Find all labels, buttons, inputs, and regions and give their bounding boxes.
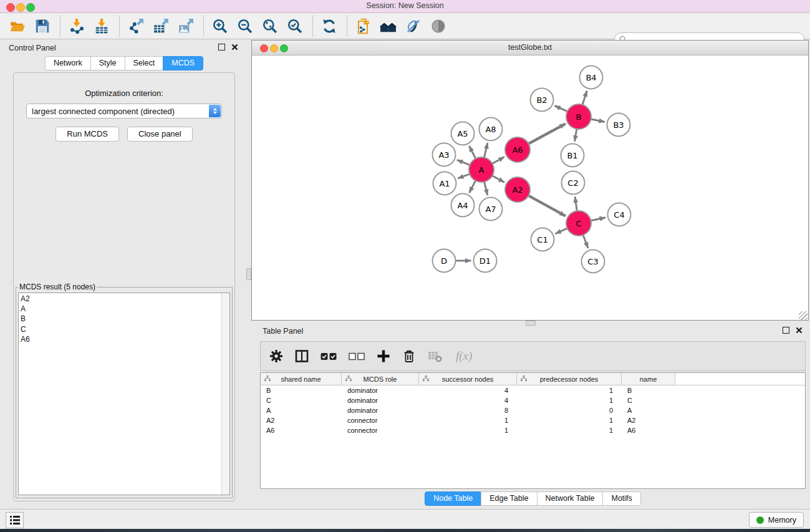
tab-network-table[interactable]: Network Table <box>537 491 604 506</box>
network-node-B1[interactable]: B1 <box>561 144 584 167</box>
criterion-select[interactable]: largest connected component (directed) <box>26 104 222 118</box>
network-edge-A6-B[interactable] <box>529 123 566 143</box>
close-panel-icon[interactable] <box>231 44 238 51</box>
table-row[interactable]: A6connector11A6 <box>261 425 805 435</box>
network-edge-C-C1[interactable] <box>556 228 567 234</box>
hide-labels-icon[interactable] <box>405 17 422 34</box>
network-node-C2[interactable]: C2 <box>562 172 585 195</box>
network-edge-B-B2[interactable] <box>554 105 567 111</box>
mcds-result-list[interactable]: A2ABCA6 <box>18 293 230 495</box>
tab-select[interactable]: Select <box>125 56 164 70</box>
result-list-item[interactable]: A <box>21 304 222 314</box>
network-node-A4[interactable]: A4 <box>451 194 475 217</box>
float-panel-icon[interactable] <box>218 44 225 51</box>
network-node-D1[interactable]: D1 <box>474 249 497 273</box>
zoom-fit-icon[interactable] <box>261 17 278 34</box>
table-settings-icon[interactable] <box>269 349 283 363</box>
column-header-shared-name[interactable]: shared name <box>261 373 342 385</box>
network-node-C1[interactable]: C1 <box>531 228 554 251</box>
network-node-C[interactable]: C <box>566 211 591 236</box>
network-edge-A-A7[interactable] <box>485 181 488 195</box>
zoom-out-icon[interactable] <box>236 17 253 34</box>
export-table-icon[interactable] <box>152 17 169 34</box>
table-row[interactable]: Cdominator41C <box>261 395 805 405</box>
network-node-B2[interactable]: B2 <box>531 89 554 112</box>
network-edge-B-B3[interactable] <box>591 119 605 122</box>
network-canvas[interactable]: B4B2BB3A8A5A6A3B1AC2A1A2A4A7C4CC1C3DD1 <box>252 56 808 321</box>
network-edge-A-A3[interactable] <box>457 160 470 165</box>
table-row[interactable]: Bdominator41B <box>261 385 805 395</box>
network-node-C4[interactable]: C4 <box>608 203 631 226</box>
result-list-item[interactable]: C <box>21 324 222 334</box>
tab-style[interactable]: Style <box>90 56 125 70</box>
result-list-item[interactable]: A6 <box>21 334 222 344</box>
network-node-A1[interactable]: A1 <box>433 172 456 195</box>
column-header-predecessor-nodes[interactable]: predecessor nodes <box>517 373 622 385</box>
column-header-name[interactable]: name <box>622 373 675 385</box>
network-node-A6[interactable]: A6 <box>505 137 530 162</box>
window-resize-grip[interactable] <box>799 311 808 320</box>
network-node-A2[interactable]: A2 <box>505 177 530 202</box>
network-node-C3[interactable]: C3 <box>582 250 605 273</box>
task-history-button[interactable] <box>6 512 24 528</box>
result-list-scrollbar[interactable] <box>221 293 229 495</box>
column-header-MCDS-role[interactable]: MCDS role <box>342 373 419 385</box>
network-node-A8[interactable]: A8 <box>480 118 503 141</box>
tab-mcds[interactable]: MCDS <box>163 56 203 70</box>
network-edge-A-A8[interactable] <box>484 143 487 158</box>
deselect-all-icon[interactable] <box>349 352 365 360</box>
tab-network[interactable]: Network <box>45 56 91 70</box>
network-node-A5[interactable]: A5 <box>451 122 475 145</box>
result-list-item[interactable]: A2 <box>21 294 222 304</box>
zoom-in-icon[interactable] <box>211 17 228 34</box>
network-edge-C-C3[interactable] <box>583 235 588 248</box>
network-edge-A-A1[interactable] <box>458 174 470 178</box>
network-node-B3[interactable]: B3 <box>607 114 630 137</box>
run-mcds-button[interactable]: Run MCDS <box>55 127 119 142</box>
network-window-titlebar[interactable]: testGlobe.txt <box>252 41 808 56</box>
tab-edge-table[interactable]: Edge Table <box>481 491 537 506</box>
network-node-A7[interactable]: A7 <box>480 198 503 221</box>
save-session-icon[interactable] <box>34 17 51 34</box>
delete-table-icon[interactable] <box>428 349 443 363</box>
tab-node-table[interactable]: Node Table <box>425 491 481 506</box>
network-node-B[interactable]: B <box>566 104 591 129</box>
show-all-networks-icon[interactable] <box>380 17 397 34</box>
export-image-icon[interactable] <box>177 17 194 34</box>
show-columns-icon[interactable] <box>295 349 309 363</box>
network-edge-B-B1[interactable] <box>575 129 577 142</box>
open-network-file-icon[interactable] <box>355 17 372 34</box>
column-header-successor-nodes[interactable]: successor nodes <box>419 373 517 385</box>
result-list-item[interactable]: B <box>21 314 222 324</box>
network-edge-B-B4[interactable] <box>582 90 587 104</box>
network-node-A3[interactable]: A3 <box>433 143 456 167</box>
network-edge-A-A2[interactable] <box>493 176 504 183</box>
select-all-icon[interactable] <box>321 352 337 360</box>
import-network-icon[interactable] <box>68 17 85 34</box>
export-network-icon[interactable] <box>127 17 144 34</box>
table-row[interactable]: A2connector11A2 <box>261 415 805 425</box>
network-edge-A-A4[interactable] <box>469 181 475 193</box>
network-node-A[interactable]: A <box>469 157 494 182</box>
add-entry-icon[interactable] <box>377 349 390 363</box>
refresh-view-icon[interactable] <box>321 17 337 34</box>
function-builder-icon[interactable]: f(x) <box>456 349 472 363</box>
vertical-splitter-handle[interactable] <box>246 268 251 280</box>
table-row[interactable]: Adominator80A <box>261 405 805 415</box>
float-table-panel-icon[interactable] <box>783 327 789 334</box>
network-node-B4[interactable]: B4 <box>580 66 603 89</box>
network-edge-C-C2[interactable] <box>575 196 577 211</box>
network-edge-A-A5[interactable] <box>469 146 475 158</box>
delete-entry-icon[interactable] <box>402 349 416 363</box>
network-node-D[interactable]: D <box>433 249 456 273</box>
show-graphics-details-icon[interactable] <box>430 17 446 34</box>
memory-button[interactable]: Memory <box>749 512 804 528</box>
close-panel-button[interactable]: Close panel <box>127 127 193 142</box>
close-table-panel-icon[interactable] <box>796 327 803 334</box>
tab-motifs[interactable]: Motifs <box>602 491 640 506</box>
network-edge-A2-C[interactable] <box>529 196 566 216</box>
zoom-selected-icon[interactable] <box>286 17 303 34</box>
open-session-icon[interactable] <box>9 17 26 34</box>
import-table-icon[interactable] <box>93 17 110 34</box>
network-edge-A-A6[interactable] <box>493 157 504 164</box>
